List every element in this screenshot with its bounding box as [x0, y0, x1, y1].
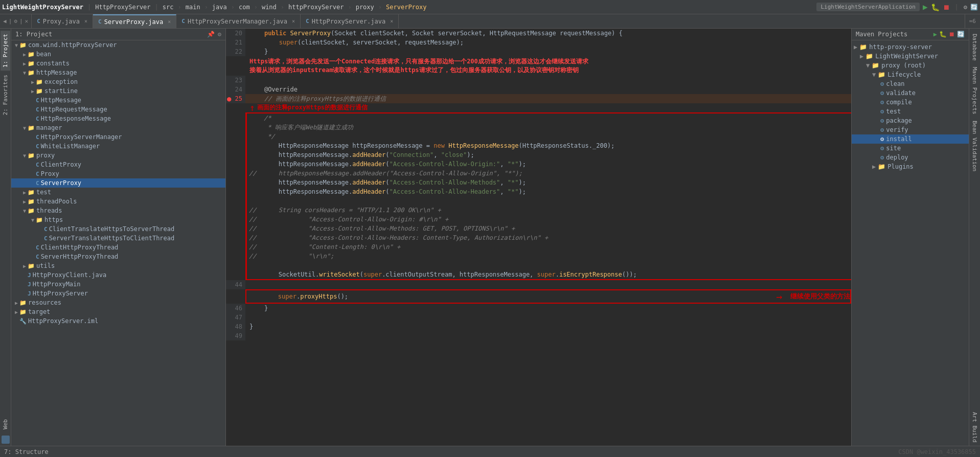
code-line-43: SocketUtil.writeSocket(super.clientOutpu… [247, 270, 851, 280]
maven-item-deploy[interactable]: ⚙ deploy [852, 153, 969, 162]
tree-item-clienthttpproxythread[interactable]: C ClientHttpProxyThread [11, 243, 225, 252]
breadcrumb-wind[interactable]: wind [262, 4, 277, 11]
tab-close-manager[interactable]: × [292, 18, 295, 24]
tab-close-serverproxy[interactable]: × [168, 19, 171, 25]
tree-item-httpproxyservermanager[interactable]: C HttpProxyServerManager [11, 132, 225, 142]
right-tab-maven[interactable]: Maven Projects [970, 64, 979, 118]
code-cell-26: /* [247, 113, 851, 123]
tree-item-serverhttpproxythread[interactable]: C ServerHttpProxyThread [11, 252, 225, 261]
maven-item-lifecycle[interactable]: ▼ 📁 Lifecycle [852, 70, 969, 79]
java-icon: C [37, 18, 40, 25]
breadcrumb-src[interactable]: src [163, 4, 174, 11]
code-cell-35 [247, 196, 851, 205]
breadcrumb-java[interactable]: java [212, 4, 227, 11]
maven-refresh-icon[interactable]: 🔄 [957, 31, 965, 38]
tree-item-serverproxy[interactable]: C ServerProxy [11, 178, 225, 188]
tree-item-threadpools[interactable]: ▶ 📁 threadPools [11, 197, 225, 206]
tab-manager[interactable]: C HttpProxyServerManager.java × [176, 14, 301, 28]
bottom-icon[interactable] [2, 436, 10, 444]
maven-item-package[interactable]: ⚙ package [852, 116, 969, 125]
code-cell-42 [247, 261, 851, 270]
tree-item-utils[interactable]: ▶ 📁 utils [11, 261, 225, 270]
maven-debug-icon[interactable]: 🐛 [939, 31, 947, 38]
breadcrumb-main[interactable]: main [186, 4, 200, 11]
tree-item-httpproxymain[interactable]: J HttpProxyMain [11, 280, 225, 289]
run-config-label[interactable]: LightWeightServerApplication [816, 3, 919, 11]
tree-item-resources[interactable]: ▶ 📁 resources [11, 298, 225, 307]
maven-item-root[interactable]: ▶ 📁 http-proxy-server [852, 42, 969, 52]
tree-item-proxy-folder[interactable]: ▼ 📁 proxy [11, 151, 225, 160]
left-tab-project[interactable]: 1: Project [1, 31, 10, 71]
right-tab-database[interactable]: Database [970, 31, 979, 64]
java-icon-hpm: J [28, 281, 31, 288]
sidebar-icon-gear[interactable]: ⚙ [218, 31, 221, 38]
tab-close-hps[interactable]: × [390, 18, 393, 24]
folder-icon-httpmessage: 📁 [28, 70, 35, 76]
breadcrumb-proxy[interactable]: proxy [356, 4, 374, 11]
maven-stop-icon[interactable]: ⏹ [949, 31, 955, 38]
maven-item-lwserver[interactable]: ▶ 📁 LightWeightServer [852, 52, 969, 61]
tree-item-proxy-class[interactable]: C Proxy [11, 169, 225, 178]
right-tab-artbuild[interactable]: Art Build [970, 409, 979, 446]
run-button[interactable]: ▶ [923, 2, 928, 12]
tree-item-httpmessage[interactable]: ▼ 📁 httpMessage [11, 68, 225, 77]
left-tab-web[interactable]: Web [1, 416, 10, 432]
tab-close-proxy[interactable]: × [84, 18, 87, 24]
breadcrumb-com[interactable]: com [239, 4, 250, 11]
tab-proxy[interactable]: C Proxy.java × [32, 14, 93, 28]
left-tab-favorites[interactable]: 2: Favorites [1, 72, 10, 118]
tree-item-clienttranslate[interactable]: C ClientTranslateHttpsToServerThread [11, 224, 225, 234]
module-label[interactable]: HttpProxyServer [95, 4, 150, 11]
tree-item-startline[interactable]: ▶ 📁 startLine [11, 86, 225, 96]
tab-serverproxy[interactable]: C ServerProxy.java × [93, 14, 176, 28]
breadcrumb-httpProxyServer[interactable]: httpProxyServer [288, 4, 344, 11]
update-icon[interactable]: 🔄 [970, 4, 978, 11]
project-label[interactable]: LightWeightProxyServer [2, 4, 83, 11]
tree-item-exception[interactable]: ▶ 📁 exception [11, 77, 225, 86]
gutter-22: 22 [226, 47, 245, 56]
tree-item-httpresponsemessage[interactable]: C HttpResponseMessage [11, 114, 225, 123]
tree-item-https-folder[interactable]: ▼ 📁 https [11, 215, 225, 224]
code-editor[interactable]: 20 public ServerProxy(Socket clientSocke… [226, 29, 851, 446]
tree-item-root[interactable]: ▼ 📁 com.wind.httpProxyServer [11, 40, 225, 50]
maven-item-validate[interactable]: ⚙ validate [852, 88, 969, 98]
maven-item-site[interactable]: ⚙ site [852, 144, 969, 153]
maven-run-icon[interactable]: ▶ [933, 31, 937, 38]
tree-item-servertranslate[interactable]: C ServerTranslateHttpsToClientThread [11, 234, 225, 243]
breadcrumb-serverProxy[interactable]: ServerProxy [386, 4, 426, 11]
class-icon-hpsm: C [36, 134, 39, 141]
tree-item-httprequestmessage[interactable]: C HttpRequestMessage [11, 105, 225, 114]
maven-item-plugins[interactable]: ▶ 📁 Plugins [852, 162, 969, 171]
tree-item-httpproxyclient[interactable]: J HttpProxyClient.java [11, 270, 225, 280]
maven-item-install[interactable]: ⚙ install [852, 134, 969, 144]
code-cell-29: HttpResponseMessage httpResponseMessage … [247, 141, 851, 150]
tree-item-whitelistmanager[interactable]: C WhiteListManager [11, 142, 225, 151]
tree-item-target[interactable]: ▶ 📁 target [11, 307, 225, 316]
editor-tabs: ◀|⚙|✕ C Proxy.java × C ServerProxy.java … [0, 14, 980, 29]
code-cell-43: SocketUtil.writeSocket(super.clientOutpu… [247, 270, 851, 279]
tree-item-threads[interactable]: ▼ 📁 threads [11, 206, 225, 215]
settings-icon[interactable]: ⚙ [964, 4, 967, 11]
tab-httpproxyserver[interactable]: C HttpProxyServer.java × [301, 14, 399, 28]
status-structure[interactable]: 7: Structure [4, 448, 49, 455]
tree-label-utils: utils [36, 262, 55, 269]
tree-item-iml[interactable]: 🔧 HttpProxyServer.iml [11, 316, 225, 326]
tree-item-test[interactable]: ▶ 📁 test [11, 188, 225, 197]
maven-item-test[interactable]: ⚙ test [852, 107, 969, 116]
stop-button[interactable]: ⏹ [943, 3, 950, 11]
tree-item-bean[interactable]: ▶ 📁 bean [11, 50, 225, 59]
maven-item-clean[interactable]: ⚙ clean [852, 79, 969, 88]
tab-controls[interactable]: ◀|⚙|✕ [0, 14, 32, 28]
sidebar-icon-pin[interactable]: 📌 [207, 31, 215, 38]
tree-item-constants[interactable]: ▶ 📁 constants [11, 59, 225, 68]
tree-label-proxy-class: Proxy [41, 170, 59, 177]
debug-button[interactable]: 🐛 [931, 3, 940, 11]
tree-item-httpproxyserver-java[interactable]: J HttpProxyServer [11, 289, 225, 298]
tree-item-manager[interactable]: ▼ 📁 manager [11, 123, 225, 132]
maven-item-verify[interactable]: ⚙ verify [852, 125, 969, 134]
tree-item-httpmessage-class[interactable]: C HttpMessage [11, 96, 225, 105]
tree-item-clientproxy[interactable]: C ClientProxy [11, 160, 225, 169]
right-tab-bean[interactable]: Bean Validation [970, 118, 979, 174]
maven-item-proxy-root[interactable]: ▼ 📁 proxy (root) [852, 61, 969, 70]
maven-item-compile[interactable]: ⚙ compile [852, 98, 969, 107]
